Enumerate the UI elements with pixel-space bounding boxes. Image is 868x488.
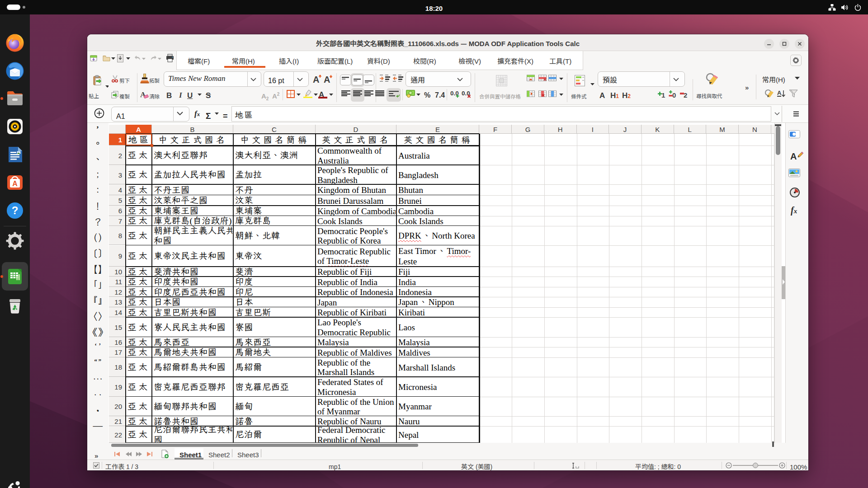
svg-text:A: A <box>324 75 330 84</box>
svg-text:A: A <box>313 75 319 84</box>
svg-text:A: A <box>12 180 18 188</box>
svg-text:?: ? <box>12 204 19 216</box>
svg-text:A: A <box>777 89 782 96</box>
